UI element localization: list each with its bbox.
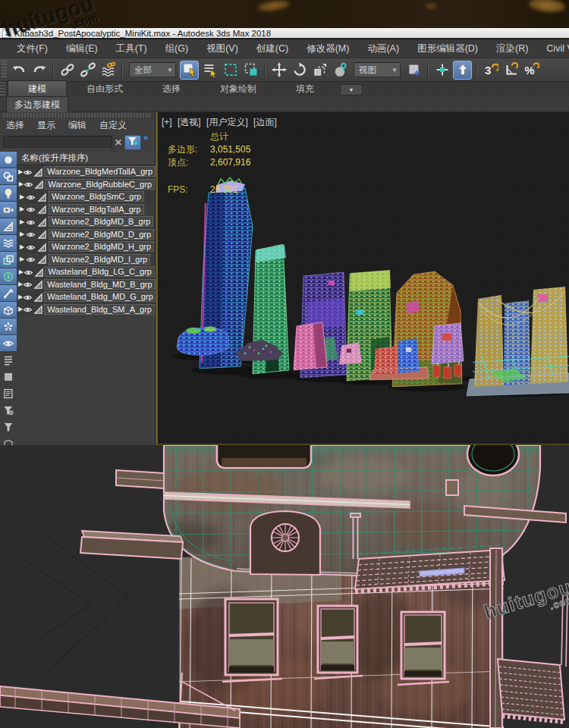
- list-item[interactable]: ▶Wasteland_Bldg_MD_B_grp: [17, 278, 155, 291]
- select-and-link-button[interactable]: [58, 61, 77, 80]
- item-name[interactable]: Warzone_BldgSmC_grp: [49, 191, 144, 202]
- tab-polygon-modeling[interactable]: 多边形建模: [6, 96, 68, 113]
- display-particles-toggle[interactable]: [0, 318, 17, 335]
- viewport[interactable]: [+] [透视] [用户定义] [边面] 总计 多边形:3,051,505 顶点…: [156, 112, 569, 445]
- visibility-eye-icon[interactable]: [26, 204, 36, 214]
- explorer-menu-2[interactable]: 编辑: [68, 119, 86, 132]
- menu-item-8[interactable]: 图形编辑器(D): [408, 42, 487, 55]
- clear-search-icon[interactable]: ✕: [112, 137, 124, 148]
- menu-item-0[interactable]: 文件(F): [8, 42, 57, 55]
- viewport-menu-view[interactable]: [透视]: [178, 117, 201, 127]
- visibility-eye-icon[interactable]: [26, 242, 36, 252]
- menu-item-3[interactable]: 组(G): [156, 42, 198, 55]
- list-item[interactable]: ▶Wasteland_Bldg_SM_A_grp: [17, 303, 155, 316]
- list-item[interactable]: ▶Wasteland_Bldg_LG_C_grp: [17, 265, 155, 278]
- item-name[interactable]: Warzone_BldgRubbleC_grp: [45, 179, 155, 190]
- item-name[interactable]: Warzone2_BldgMD_D_grp: [49, 229, 154, 240]
- column-header-name[interactable]: 名称(按升序排序): [17, 152, 155, 165]
- chevron-more-icon[interactable]: »: [143, 133, 148, 142]
- selection-filter-dropdown[interactable]: 全部▼: [129, 62, 176, 77]
- select-and-move-button[interactable]: [269, 61, 288, 80]
- list-item[interactable]: ▶Warzone2_BldgMD_I_grp: [17, 253, 155, 266]
- list-item[interactable]: ▶Wasteland_Bldg_MD_G_grp: [17, 290, 155, 303]
- visibility-eye-icon[interactable]: [26, 254, 36, 264]
- select-and-scale-button[interactable]: [310, 61, 329, 80]
- use-pivot-point-center-button[interactable]: [404, 61, 423, 80]
- filter-toggle[interactable]: [0, 419, 17, 435]
- visibility-eye-icon[interactable]: [26, 192, 36, 202]
- item-name[interactable]: Wasteland_Bldg_MD_B_grp: [44, 279, 155, 290]
- select-by-name-button[interactable]: [200, 61, 219, 80]
- list-item[interactable]: ▶Warzone2_BldgMD_H_grp: [17, 240, 155, 253]
- display-containers-toggle[interactable]: [0, 302, 17, 318]
- display-hidden-eye-toggle[interactable]: [0, 335, 17, 352]
- display-cameras-toggle[interactable]: [0, 202, 17, 218]
- item-name[interactable]: Wasteland_Bldg_SM_A_grp: [44, 304, 155, 315]
- item-name[interactable]: Warzone2_BldgMD_B_grp: [49, 216, 153, 227]
- snap-toggle-3d-button[interactable]: 3: [481, 61, 500, 80]
- redo-button[interactable]: [30, 61, 49, 80]
- display-shapes-toggle[interactable]: [0, 168, 17, 185]
- bind-to-space-warp-button[interactable]: [99, 61, 118, 80]
- display-xrefs-toggle[interactable]: [0, 268, 17, 285]
- viewport-menu-plus[interactable]: [+]: [162, 117, 172, 127]
- display-all-toggle[interactable]: [0, 152, 17, 168]
- list-item[interactable]: ▶Warzone_BldgSmC_grp: [17, 190, 155, 203]
- explorer-menu-0[interactable]: 选择: [6, 119, 24, 132]
- toolbar-grip[interactable]: [2, 61, 7, 79]
- item-name[interactable]: Warzone_BldgTallA_grp: [49, 204, 144, 215]
- visibility-eye-icon[interactable]: [23, 304, 33, 314]
- rectangular-selection-region-button[interactable]: [221, 61, 240, 80]
- ribbon-more-button[interactable]: ▼: [340, 84, 363, 96]
- thumbnail-view-toggle[interactable]: [0, 369, 17, 385]
- list-item[interactable]: ▶Warzone2_BldgMD_B_grp: [17, 215, 155, 228]
- expand-arrow-icon[interactable]: ▶: [18, 193, 26, 200]
- ribbon-tab-4[interactable]: 填充: [276, 81, 334, 97]
- menu-item-4[interactable]: 视图(V): [197, 42, 247, 55]
- visibility-eye-icon[interactable]: [24, 267, 33, 277]
- ribbon-tab-2[interactable]: 选择: [143, 81, 200, 97]
- visibility-eye-icon[interactable]: [26, 217, 36, 227]
- display-lights-toggle[interactable]: [0, 185, 17, 202]
- visibility-eye-icon[interactable]: [24, 179, 33, 189]
- menu-item-2[interactable]: 工具(T): [107, 42, 156, 55]
- ribbon-tab-1[interactable]: 自由形式: [67, 81, 143, 97]
- expand-arrow-icon[interactable]: ▶: [18, 206, 26, 212]
- expand-arrow-icon[interactable]: ▶: [18, 180, 24, 187]
- detail-view-toggle[interactable]: [0, 385, 17, 402]
- filter-config-toggle[interactable]: [0, 402, 17, 419]
- list-item[interactable]: ▶Warzone_BldgTallA_grp: [17, 203, 155, 216]
- display-bones-toggle[interactable]: [0, 285, 17, 302]
- menu-item-1[interactable]: 编辑(E): [57, 42, 107, 55]
- keyboard-shortcut-override-button[interactable]: [453, 61, 472, 80]
- explorer-menu-1[interactable]: 显示: [37, 119, 55, 132]
- select-and-rotate-button[interactable]: [290, 61, 309, 80]
- explorer-menu-3[interactable]: 自定义: [99, 119, 127, 132]
- ribbon-tab-3[interactable]: 对象绘制: [200, 81, 276, 97]
- visibility-eye-icon[interactable]: [23, 292, 33, 302]
- list-view-toggle[interactable]: [0, 352, 17, 369]
- item-name[interactable]: Warzone2_BldgMD_H_grp: [49, 241, 154, 252]
- filter-button[interactable]: [124, 135, 141, 150]
- menu-item-7[interactable]: 动画(A): [358, 42, 408, 55]
- display-space-warps-toggle[interactable]: [0, 235, 17, 252]
- display-groups-toggle[interactable]: [0, 252, 17, 268]
- expand-arrow-icon[interactable]: ▶: [18, 243, 26, 250]
- item-name[interactable]: Warzone_BldgMedTallA_grp: [44, 166, 156, 177]
- expand-arrow-icon[interactable]: ▶: [18, 218, 26, 225]
- window-crossing-button[interactable]: [241, 61, 260, 80]
- menu-item-5[interactable]: 创建(C): [247, 42, 297, 55]
- menu-item-10[interactable]: Civil View: [537, 43, 569, 54]
- visibility-eye-icon[interactable]: [26, 229, 36, 239]
- expand-arrow-icon[interactable]: ▶: [18, 256, 26, 262]
- viewport-menu-shading[interactable]: [边面]: [253, 117, 277, 127]
- search-input[interactable]: [3, 136, 112, 149]
- visibility-eye-icon[interactable]: [23, 167, 33, 177]
- menu-item-9[interactable]: 渲染(R): [487, 42, 537, 55]
- list-item[interactable]: ▶Warzone2_BldgMD_D_grp: [17, 228, 155, 241]
- visibility-eye-icon[interactable]: [23, 279, 33, 289]
- expand-arrow-icon[interactable]: ▶: [18, 231, 26, 237]
- unlink-selection-button[interactable]: [78, 61, 97, 80]
- viewport-menu-user[interactable]: [用户定义]: [206, 117, 248, 127]
- menu-item-6[interactable]: 修改器(M): [297, 42, 358, 55]
